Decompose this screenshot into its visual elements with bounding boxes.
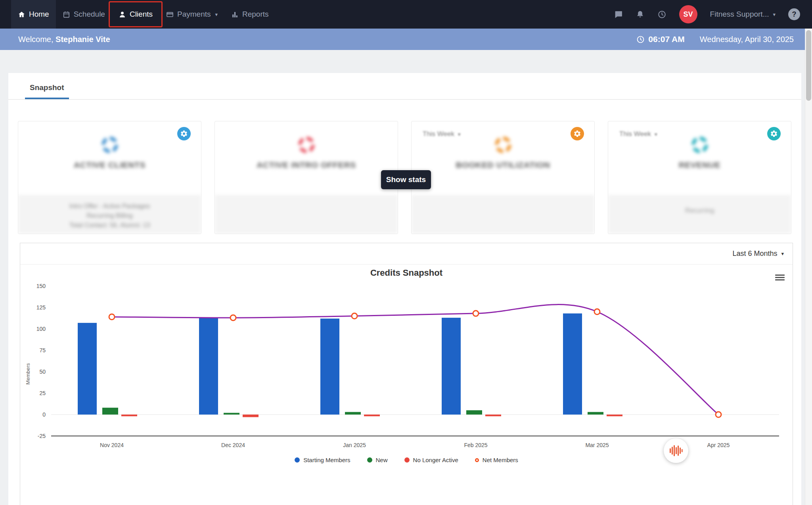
stat-card-title: BOOKED UTILIZATION (456, 160, 550, 170)
nav-main-items: Home Schedule Clients Payments ▾ Reports (11, 0, 276, 29)
clock-icon (636, 35, 645, 44)
greeting-prefix: Welcome, (18, 35, 54, 44)
legend-dot-marker (295, 457, 300, 463)
svg-text:Jan 2025: Jan 2025 (343, 442, 366, 448)
stat-card-active-clients: ACTIVE CLIENTS Intro Offer - Active Pack… (18, 121, 201, 234)
svg-text:50: 50 (39, 369, 46, 375)
home-icon (18, 11, 25, 18)
chevron-down-icon: ▾ (781, 251, 784, 257)
legend-dot-marker (367, 457, 372, 463)
user-name: Stephanie Vite (56, 35, 110, 44)
chevron-down-icon: ▾ (215, 12, 218, 17)
legend-item[interactable]: No Longer Active (404, 457, 458, 463)
welcome-bar: Welcome, Stephanie Vite 06:07 AM Wednesd… (0, 29, 812, 50)
nav-item-home[interactable]: Home (11, 0, 56, 29)
nav-utilities: SV Fitness Support... ▾ ? (614, 0, 800, 29)
account-menu[interactable]: Fitness Support... ▾ (710, 10, 776, 19)
stat-ring-icon (102, 136, 118, 153)
avatar-initials: SV (684, 10, 693, 19)
top-navbar: Home Schedule Clients Payments ▾ Reports (0, 0, 812, 29)
current-time: 06:07 AM (636, 35, 684, 44)
tab-snapshot[interactable]: Snapshot (25, 83, 69, 99)
legend-dot-marker (404, 457, 410, 463)
chart-body: Credits Snapshot Members 150125100755025… (20, 268, 793, 505)
svg-text:150: 150 (36, 283, 46, 289)
legend-ring-marker (475, 458, 479, 462)
footer-line: Recurring Billing (18, 211, 201, 221)
stat-card-title: REVENUE (679, 160, 721, 170)
footer-line: Recurring (608, 206, 791, 215)
chat-icon[interactable] (614, 10, 623, 19)
svg-text:75: 75 (39, 347, 46, 353)
stat-ring-icon (495, 136, 511, 153)
chart-watermark-icon (664, 438, 688, 463)
calendar-icon (63, 11, 70, 18)
credits-snapshot-panel: Last 6 Months ▾ Credits Snapshot Members… (20, 243, 793, 505)
stat-card-active-intro-offers: ACTIVE INTRO OFFERS (214, 121, 398, 234)
svg-text:Dec 2024: Dec 2024 (221, 442, 245, 448)
footer-line: Total Contact: 56, Alumni: 13 (18, 221, 201, 230)
credits-snapshot-chart: 1501251007550250-25Nov 2024Dec 2024Jan 2… (26, 280, 787, 454)
svg-text:125: 125 (36, 304, 46, 311)
stat-card-title: ACTIVE INTRO OFFERS (257, 160, 356, 170)
nav-item-label: Schedule (74, 10, 105, 19)
legend-item[interactable]: Starting Members (295, 457, 350, 463)
legend-item[interactable]: New (367, 457, 388, 463)
svg-text:Nov 2024: Nov 2024 (100, 442, 124, 448)
legend-item[interactable]: Net Members (475, 457, 518, 463)
chevron-down-icon: ▾ (773, 12, 776, 17)
nav-item-label: Reports (242, 10, 269, 19)
legend-label: No Longer Active (413, 457, 458, 463)
nav-item-label: Home (29, 10, 49, 19)
page-scrollbar[interactable] (805, 29, 812, 505)
svg-text:Apr 2025: Apr 2025 (707, 442, 730, 448)
avatar[interactable]: SV (679, 5, 697, 23)
nav-item-reports[interactable]: Reports (224, 0, 276, 29)
welcome-message: Welcome, Stephanie Vite (18, 35, 110, 44)
legend-label: Net Members (483, 457, 518, 463)
nav-item-payments[interactable]: Payments ▾ (159, 0, 224, 29)
y-axis-label: Members (25, 363, 31, 384)
legend-label: Starting Members (303, 457, 350, 463)
svg-text:Feb 2025: Feb 2025 (464, 442, 487, 448)
svg-text:25: 25 (39, 390, 46, 396)
tab-bar: Snapshot (8, 73, 801, 100)
nav-item-label: Clients (130, 10, 153, 19)
chart-menu-icon[interactable] (775, 273, 785, 282)
chart-header: Last 6 Months ▾ (20, 243, 793, 265)
stat-card-footer (215, 195, 398, 234)
show-stats-button[interactable]: Show stats (381, 170, 431, 189)
stat-card-footer: Recurring (608, 195, 791, 234)
svg-text:Mar 2025: Mar 2025 (585, 442, 609, 448)
chart-range-selector[interactable]: Last 6 Months ▾ (732, 250, 784, 258)
payments-icon (166, 11, 174, 18)
svg-text:100: 100 (36, 326, 46, 332)
nav-item-clients[interactable]: Clients (112, 0, 159, 29)
main-panel: Snapshot ACTIVE CLIENTS Intro Offer - Ac… (8, 73, 801, 505)
reports-icon (231, 11, 239, 18)
nav-item-schedule[interactable]: Schedule (56, 0, 112, 29)
current-date: Wednesday, April 30, 2025 (700, 35, 794, 44)
time-text: 06:07 AM (648, 35, 684, 44)
stat-card-footer (412, 195, 594, 234)
help-icon[interactable]: ? (788, 8, 800, 20)
stat-ring-icon (691, 136, 708, 153)
legend-label: New (376, 457, 388, 463)
clock-icon[interactable] (657, 10, 666, 19)
stat-card-footer: Intro Offer - Active Packages Recurring … (18, 195, 201, 234)
nav-item-label: Payments (177, 10, 211, 19)
svg-text:-25: -25 (38, 433, 46, 439)
range-label: Last 6 Months (732, 250, 777, 258)
scrollbar-thumb[interactable] (806, 30, 811, 101)
person-icon (119, 11, 126, 18)
stat-card-booked-utilization: This Week ▾ BOOKED UTILIZATION (411, 121, 595, 234)
account-label: Fitness Support... (710, 10, 769, 19)
bell-icon[interactable] (636, 10, 645, 19)
footer-line: Intro Offer - Active Packages (18, 202, 201, 211)
chart-title: Credits Snapshot (20, 268, 793, 278)
stat-card-revenue: This Week ▾ REVENUE Recurring (608, 121, 791, 234)
stat-card-title: ACTIVE CLIENTS (74, 160, 146, 170)
svg-text:0: 0 (42, 411, 46, 418)
stat-ring-icon (298, 136, 315, 153)
